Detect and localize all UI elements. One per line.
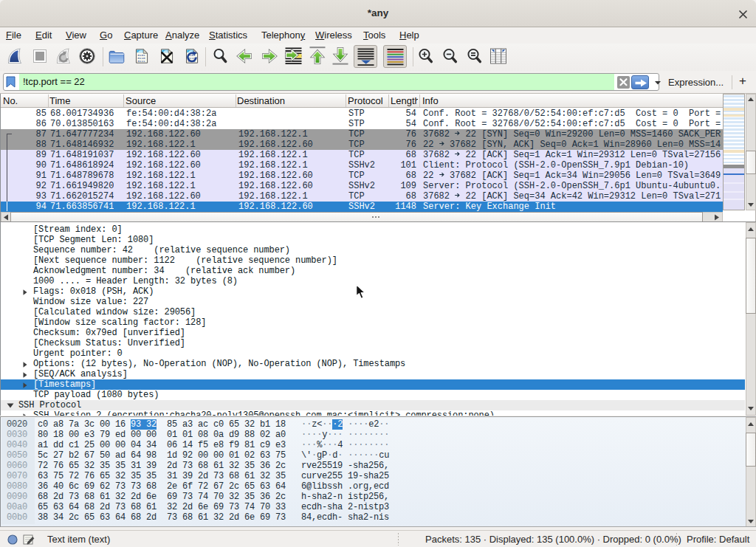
svg-text:0111: 0111 (137, 59, 145, 63)
